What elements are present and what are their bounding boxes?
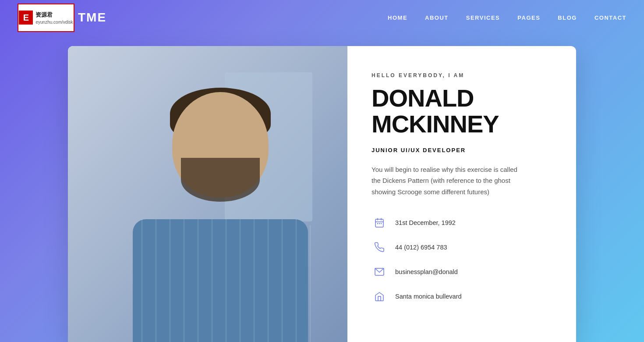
contact-birthday: 31st December, 1992: [372, 215, 554, 231]
phone-text: 44 (012) 6954 783: [395, 244, 447, 251]
logo-watermark: E 资源君 eyunzhu.com/vdisk: [18, 4, 74, 32]
nav-link-blog[interactable]: BLOG: [558, 14, 577, 21]
face-shape: [172, 92, 269, 197]
nav-link-services[interactable]: SERVICES: [466, 14, 500, 21]
photo-area: [68, 46, 347, 342]
birthday-text: 31st December, 1992: [395, 219, 456, 226]
home-svg: [374, 291, 385, 302]
last-name: MCKINNEY: [372, 110, 499, 138]
description-text: You will begin to realise why this exerc…: [372, 164, 520, 198]
nav-link-home[interactable]: HOME: [388, 14, 407, 21]
email-icon: [372, 264, 387, 280]
logo-url-text: eyunzhu.com/vdisk: [35, 20, 73, 25]
brand-name: TME: [78, 11, 106, 25]
job-title: JUNIOR UI/UX DEVELOPER: [372, 147, 554, 153]
person-name: DONALD MCKINNEY: [372, 86, 554, 137]
nav-item-home[interactable]: HOME: [388, 14, 407, 21]
email-svg: [374, 267, 385, 277]
shirt-stripe: [128, 219, 312, 342]
nav-item-contact[interactable]: CONTACT: [594, 14, 626, 21]
beard-shape: [181, 158, 260, 202]
phone-icon: [372, 239, 387, 255]
home-icon: [372, 289, 387, 304]
nav-link-pages[interactable]: PAGES: [517, 14, 540, 21]
nav-link-contact[interactable]: CONTACT: [594, 14, 626, 21]
info-area: HELLO EVERYBODY, I AM DONALD MCKINNEY JU…: [347, 46, 576, 342]
nav-item-services[interactable]: SERVICES: [466, 14, 500, 21]
contact-address: Santa monica bullevard: [372, 289, 554, 304]
calendar-icon: [372, 215, 387, 231]
greeting-text: HELLO EVERYBODY, I AM: [372, 72, 554, 78]
person-silhouette: [93, 88, 347, 342]
calendar-svg: [374, 217, 385, 228]
contact-phone: 44 (012) 6954 783: [372, 239, 554, 255]
address-text: Santa monica bullevard: [395, 293, 462, 300]
first-name: DONALD: [372, 84, 474, 112]
photo-container: [68, 46, 347, 342]
main-card: HELLO EVERYBODY, I AM DONALD MCKINNEY JU…: [68, 46, 576, 342]
nav-link-about[interactable]: ABOUT: [425, 14, 449, 21]
email-text: businessplan@donald: [395, 268, 458, 275]
contact-info: 31st December, 1992 44 (012) 6954 783: [372, 215, 554, 304]
logo-e-box: E: [19, 11, 33, 25]
contact-email: businessplan@donald: [372, 264, 554, 280]
phone-svg: [374, 242, 385, 253]
nav-links: HOME ABOUT SERVICES PAGES BLOG CONTACT: [388, 14, 626, 21]
navbar: E 资源君 eyunzhu.com/vdisk TME HOME ABOUT S…: [0, 0, 644, 35]
nav-item-blog[interactable]: BLOG: [558, 14, 577, 21]
logo-cn-text: 资源君: [35, 11, 73, 19]
shirt-shape: [133, 219, 308, 342]
logo-area: E 资源君 eyunzhu.com/vdisk TME: [18, 4, 106, 32]
nav-item-pages[interactable]: PAGES: [517, 14, 540, 21]
nav-item-about[interactable]: ABOUT: [425, 14, 449, 21]
